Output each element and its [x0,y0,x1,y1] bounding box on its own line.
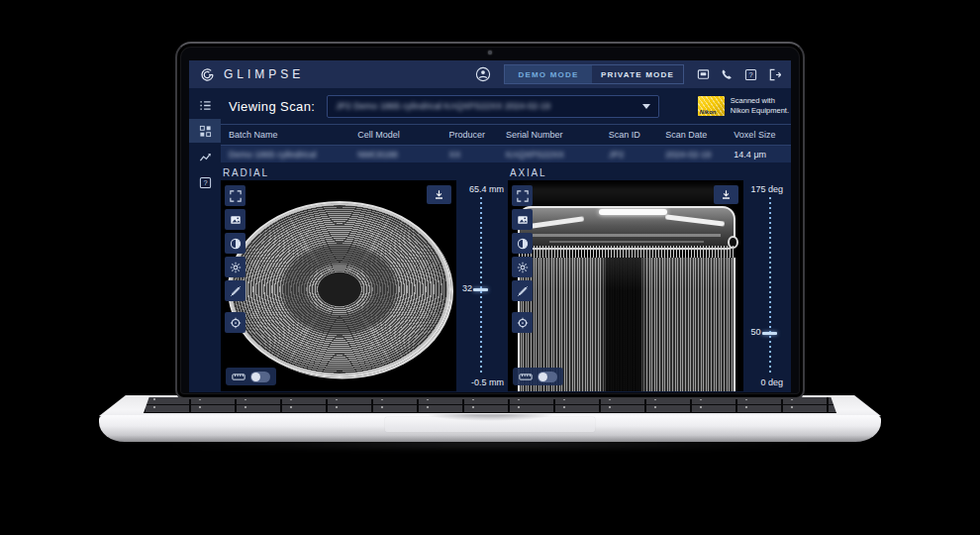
fullscreen-button[interactable] [512,185,533,206]
image-icon [517,214,529,226]
col-voxel-size: Voxel Size [734,130,791,140]
slider-track[interactable] [480,197,482,374]
laptop-keyboard [144,397,836,413]
measure-chip [226,368,276,385]
laptop-front-edge [99,415,881,442]
help-box-icon: ? [199,176,212,189]
toggle-knob [539,373,547,381]
mode-switch: DEMO MODE PRIVATE MODE [504,64,684,84]
recenter-button[interactable] [512,312,533,333]
cell-voxel-size: 14.4 μm [734,150,791,160]
private-mode-button[interactable]: PRIVATE MODE [592,65,683,83]
fullscreen-icon [517,190,529,202]
axial-scan-haze [522,186,732,206]
image-settings-button[interactable] [512,209,533,230]
cell-scan-id-obscured: JP2 [609,150,666,160]
slider-value: 32 [462,283,472,293]
app-window: GLIMPSE DEMO MODE PRIVATE MODE [189,60,791,392]
fullscreen-button[interactable] [225,185,245,206]
nikon-badge: Nikon Scanned with Nikon Equipment. [698,96,789,116]
settings-button[interactable] [512,257,533,277]
annotations-off-button[interactable] [512,280,533,301]
viewer-grid: RADIAL [221,167,791,391]
slider-max-label: 175 deg [750,184,783,194]
cap-band-2 [549,241,704,243]
ruler-icon[interactable] [232,373,245,381]
col-serial-number: Serial Number [506,130,609,140]
col-cell-model: Cell Model [357,130,448,140]
cell-scan-date-obscured: 2024-02-19 [665,150,734,160]
analytics-icon [199,151,212,163]
main-content: Viewing Scan: JP2 Demo 1865 cylindrical … [221,88,791,392]
radial-viewer: RADIAL [221,167,508,391]
svg-text:?: ? [203,178,207,187]
settings-button[interactable] [225,257,245,277]
radial-slice-slider: 65.4 mm 32 -0.5 mm [456,180,508,391]
desktop-app-icon[interactable] [697,68,710,81]
crosshair-icon [517,317,529,329]
logout-icon[interactable] [768,68,781,81]
col-scan-date: Scan Date [665,130,734,140]
account-icon[interactable] [475,66,491,82]
download-icon [434,189,444,200]
col-batch-name: Batch Name [221,130,357,140]
contrast-icon [517,238,529,250]
radial-scan-canvas[interactable] [221,180,456,391]
col-scan-id: Scan ID [609,130,666,140]
toggle-knob [251,373,260,381]
axial-toolbar [512,185,533,333]
slider-handle[interactable] [762,332,777,335]
fullscreen-icon [230,190,242,202]
annotations-off-button[interactable] [225,280,245,301]
recenter-button[interactable] [225,312,245,333]
chevron-down-icon [642,104,650,109]
radial-viewer-title: RADIAL [221,167,508,180]
nikon-badge-line1: Scanned with [731,96,789,106]
glimpse-logo-icon [199,66,216,83]
axial-scan-canvas[interactable] [508,180,743,391]
radial-jelly-roll-image [228,201,451,377]
slider-min-label: -0.5 mm [471,377,504,387]
scan-dropdown[interactable]: JP2 Demo 1865 cylindrical KAQXPS22XX 202… [327,95,659,118]
sidebar-item-list-view[interactable] [189,93,221,117]
slider-track[interactable] [769,197,771,374]
demo-mode-button[interactable]: DEMO MODE [505,65,592,83]
gear-icon [230,262,242,273]
cap-highlight-right [665,214,726,226]
viewing-scan-label: Viewing Scan: [229,99,315,114]
gear-icon [517,262,529,273]
sidebar-item-analytics[interactable] [189,145,221,168]
laptop-base [99,395,881,445]
cell-cell-model-obscured: NMC8188 [357,150,448,160]
slider-max-label: 65.4 mm [469,184,504,194]
phone-icon[interactable] [721,68,734,81]
cell-terminal-highlight [599,209,667,215]
scan-table-row[interactable]: Demo 1865 cylindrical NMC8188 XX KAQXPS2… [221,146,791,162]
cell-producer-obscured: XX [448,150,506,160]
nikon-badge-text: Scanned with Nikon Equipment. [731,96,789,116]
laptop-mockup: GLIMPSE DEMO MODE PRIVATE MODE [0,0,980,535]
help-icon[interactable]: ? [744,68,757,81]
download-button[interactable] [714,185,738,204]
list-view-icon [199,99,212,112]
contrast-button[interactable] [512,233,533,254]
contrast-button[interactable] [225,233,245,254]
slider-min-label: 0 deg [760,377,783,387]
cell-serial-number-obscured: KAQXPS22XX [506,150,609,160]
measure-toggle[interactable] [250,372,270,382]
measure-toggle[interactable] [538,372,557,382]
contrast-icon [230,238,242,250]
scan-dropdown-value-obscured: JP2 Demo 1865 cylindrical KAQXPS22XX 202… [336,101,550,111]
webcam-dot [488,51,492,54]
nikon-logo-text: Nikon [700,109,717,115]
sidebar-item-grid-view[interactable] [189,119,221,143]
image-settings-button[interactable] [225,209,245,230]
ruler-icon[interactable] [519,373,533,381]
grid-view-icon [199,125,212,138]
download-button[interactable] [427,185,451,204]
slider-handle[interactable] [473,288,488,291]
cap-band [533,234,721,237]
brand-name: GLIMPSE [224,67,304,81]
sidebar-item-help[interactable]: ? [189,170,221,194]
cap-highlight-left [531,216,584,228]
